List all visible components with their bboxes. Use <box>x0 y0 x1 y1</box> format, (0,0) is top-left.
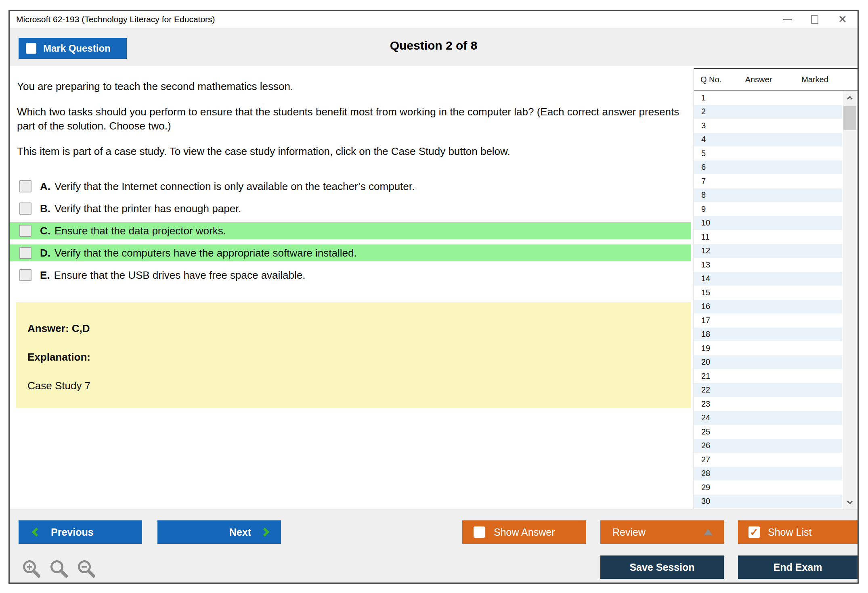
column-header-answer: Answer <box>734 75 783 84</box>
scrollbar[interactable] <box>843 91 856 509</box>
question-list-row[interactable]: 29 <box>694 480 842 495</box>
row-question-number: 13 <box>694 260 734 269</box>
row-question-number: 10 <box>694 218 734 228</box>
question-list-row[interactable]: 14 <box>694 272 842 286</box>
answer-option-row[interactable]: D. Verify that the computers have the ap… <box>10 244 691 261</box>
row-question-number: 19 <box>694 344 734 353</box>
question-list-row[interactable]: 8 <box>694 188 842 203</box>
question-list-panel: Q No. Answer Marked 1 2 <box>694 68 858 509</box>
explanation-label: Explanation: <box>27 351 679 363</box>
row-question-number: 18 <box>694 330 734 339</box>
option-checkbox[interactable] <box>19 247 31 259</box>
minimize-icon[interactable] <box>783 19 792 20</box>
scroll-down-icon[interactable] <box>843 496 856 509</box>
question-list-row[interactable]: 11 <box>694 230 842 244</box>
row-question-number: 23 <box>694 399 734 409</box>
scroll-up-icon[interactable] <box>843 91 856 104</box>
question-list-row[interactable]: 20 <box>694 355 842 370</box>
show-answer-label: Show Answer <box>494 526 555 538</box>
row-question-number: 17 <box>694 316 734 325</box>
question-paragraph: This item is part of a case study. To vi… <box>17 144 685 159</box>
question-list-row[interactable]: 18 <box>694 328 842 342</box>
answer-option-row[interactable]: C. Ensure that the data projector works. <box>10 222 691 239</box>
close-icon[interactable]: ✕ <box>838 14 847 25</box>
option-checkbox[interactable] <box>19 203 31 215</box>
row-question-number: 14 <box>694 274 734 283</box>
answer-option-row[interactable]: A. Verify that the Internet connection i… <box>10 178 691 195</box>
option-text: Verify that the computers have the appro… <box>55 247 357 259</box>
question-list-row[interactable]: 5 <box>694 146 842 161</box>
question-paragraph: You are preparing to teach the second ma… <box>17 79 685 94</box>
question-list-row[interactable]: 19 <box>694 341 842 355</box>
question-list-row[interactable]: 7 <box>694 174 842 188</box>
show-answer-button[interactable]: Show Answer <box>462 520 586 544</box>
question-list-row[interactable]: 26 <box>694 439 842 453</box>
row-question-number: 26 <box>694 441 734 450</box>
question-list-row[interactable]: 25 <box>694 425 842 439</box>
chevron-right-icon <box>260 528 270 537</box>
bottom-toolbar: Previous Next Show Answer Review ✓ Show … <box>10 509 858 583</box>
row-question-number: 1 <box>694 93 734 102</box>
row-question-number: 25 <box>694 427 734 436</box>
question-list-row[interactable]: 3 <box>694 119 842 133</box>
zoom-in-icon[interactable] <box>21 558 43 580</box>
question-list-row[interactable]: 16 <box>694 300 842 314</box>
answer-line: Answer: C,D <box>27 322 679 335</box>
scrollbar-thumb[interactable] <box>843 106 856 130</box>
question-list-row[interactable]: 22 <box>694 383 842 397</box>
question-list-header: Q No. Answer Marked <box>694 69 858 91</box>
app-window: Microsoft 62-193 (Technology Literacy fo… <box>8 10 859 584</box>
question-list-row[interactable]: 15 <box>694 286 842 300</box>
triangle-up-icon <box>704 529 713 535</box>
option-text: Verify that the printer has enough paper… <box>55 203 241 215</box>
question-list-row[interactable]: 23 <box>694 397 842 411</box>
question-list-row[interactable]: 9 <box>694 202 842 216</box>
question-list-row[interactable]: 17 <box>694 313 842 328</box>
question-list-row[interactable]: 2 <box>694 105 842 119</box>
row-question-number: 11 <box>694 232 734 242</box>
option-letter: C. <box>40 225 50 237</box>
question-list-row[interactable]: 12 <box>694 244 842 258</box>
row-question-number: 16 <box>694 302 734 311</box>
answer-option-row[interactable]: E. Ensure that the USB drives have free … <box>10 267 691 284</box>
zoom-out-icon[interactable] <box>76 558 98 580</box>
show-list-label: Show List <box>768 526 811 538</box>
save-session-button[interactable]: Save Session <box>600 555 724 579</box>
show-list-checkbox[interactable]: ✓ <box>748 526 760 538</box>
question-list-body: 1 2 3 <box>694 91 858 509</box>
review-button[interactable]: Review <box>600 520 724 544</box>
question-list-row[interactable]: 21 <box>694 369 842 383</box>
question-list-row[interactable]: 6 <box>694 161 842 175</box>
show-answer-checkbox[interactable] <box>474 526 485 538</box>
question-list-row[interactable]: 10 <box>694 216 842 230</box>
explanation-text: Case Study 7 <box>27 380 679 392</box>
option-checkbox[interactable] <box>19 269 31 281</box>
previous-button[interactable]: Previous <box>19 520 142 544</box>
end-exam-button[interactable]: End Exam <box>738 555 858 579</box>
question-paragraph: Which two tasks should you perform to en… <box>17 105 685 133</box>
row-question-number: 5 <box>694 149 734 158</box>
question-list-row[interactable]: 1 <box>694 91 842 105</box>
question-list-row[interactable]: 28 <box>694 467 842 481</box>
row-question-number: 3 <box>694 121 734 130</box>
row-question-number: 28 <box>694 469 734 478</box>
column-header-qno: Q No. <box>694 75 734 84</box>
question-list-row[interactable]: 27 <box>694 453 842 467</box>
question-list-row[interactable]: 4 <box>694 133 842 147</box>
option-text: Ensure that the data projector works. <box>55 225 226 237</box>
question-counter: Question 2 of 8 <box>10 39 858 52</box>
question-list-row[interactable]: 30 <box>694 495 842 509</box>
answer-option-row[interactable]: B. Verify that the printer has enough pa… <box>10 200 691 217</box>
answer-options: A. Verify that the Internet connection i… <box>10 178 691 284</box>
maximize-icon[interactable] <box>811 15 818 24</box>
show-list-button[interactable]: ✓ Show List <box>738 520 858 544</box>
question-list-row[interactable]: 24 <box>694 411 842 425</box>
column-header-marked: Marked <box>783 75 858 84</box>
option-checkbox[interactable] <box>19 180 31 192</box>
row-question-number: 4 <box>694 135 734 144</box>
option-checkbox[interactable] <box>19 225 31 237</box>
zoom-reset-icon[interactable] <box>48 558 70 580</box>
question-list-row[interactable]: 13 <box>694 258 842 272</box>
row-question-number: 20 <box>694 357 734 367</box>
next-button[interactable]: Next <box>157 520 281 544</box>
